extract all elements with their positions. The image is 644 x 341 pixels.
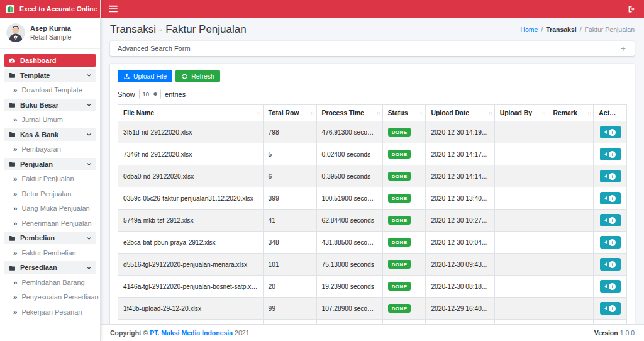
- toolbar: Upload File Refresh: [118, 70, 627, 82]
- cell-status: DONE: [382, 165, 426, 187]
- sidebar-item-pekerjaan-pesanan[interactable]: »Pekerjaan Pesanan: [4, 306, 96, 318]
- sidebar-group-buku-besar[interactable]: Buku Besar: [4, 99, 96, 111]
- info-icon: i: [609, 283, 616, 290]
- uploads-table: File Name↑↓Total Row↑↓Process Time↑↓Stat…: [118, 104, 627, 324]
- action-button[interactable]: i: [600, 192, 621, 204]
- cell-file-name: 4146a-tgl-29122020-penjualan-bosnet-satp…: [118, 276, 264, 298]
- cell-upload-by: [494, 298, 548, 320]
- sidebar-item-uang-muka-penjualan[interactable]: »Uang Muka Penjualan: [4, 202, 96, 215]
- cell-remark: [548, 254, 594, 276]
- cell-status: DONE: [382, 210, 426, 232]
- action-button[interactable]: i: [600, 302, 621, 315]
- sidebar-group-persediaan[interactable]: Persediaan: [4, 261, 96, 274]
- sidebar-item-penerimaan-penjualan[interactable]: »Penerimaan Penjualan: [4, 217, 96, 230]
- page-length-select[interactable]: 10: [139, 89, 162, 99]
- sidebar-group-template[interactable]: Template: [4, 69, 96, 82]
- topbar: [101, 0, 644, 18]
- sidebar-item-penyesuaian-persediaan[interactable]: »Penyesuaian Persediaan: [4, 291, 96, 303]
- action-button[interactable]: i: [600, 214, 621, 226]
- sidebar-item-pembayaran[interactable]: »Pembayaran: [4, 143, 96, 155]
- sidebar-item-faktur-pembelian[interactable]: »Faktur Pembelian: [4, 247, 96, 259]
- sidebar-item-dashboard[interactable]: Dashboard: [4, 54, 96, 67]
- sidebar-group-pembelian[interactable]: Pembelian: [4, 232, 96, 244]
- column-header-file-name[interactable]: File Name↑↓: [118, 105, 264, 121]
- double-angle-icon: »: [13, 220, 17, 227]
- info-icon: i: [609, 239, 616, 246]
- cell-upload-date: 2020-12-30 09:43:17: [426, 254, 494, 276]
- cell-file-name: 0dba0-nd-29122020.xlsx: [118, 165, 264, 187]
- status-badge: DONE: [388, 150, 411, 159]
- chevron-down-icon: [86, 131, 92, 137]
- status-badge: DONE: [388, 260, 411, 269]
- folder-icon: [8, 264, 16, 271]
- company-link[interactable]: PT. Maksi Media Indonesia: [150, 329, 233, 337]
- cell-status: DONE: [382, 276, 426, 298]
- cell-remark: [548, 276, 594, 298]
- column-header-action[interactable]: Action: [594, 105, 627, 121]
- brand[interactable]: Excel to Accurate Online: [0, 0, 100, 18]
- chevron-down-icon: [86, 72, 92, 78]
- table-row: 1f43b-upload-29-12-20.xlsx99107.28900 se…: [118, 298, 627, 320]
- cell-upload-date: 2020-12-30 14:14:33: [426, 165, 494, 187]
- column-header-remark[interactable]: Remark↑↓: [548, 105, 594, 121]
- sort-icon: ↑↓: [376, 110, 380, 116]
- sort-icon: ↑↓: [257, 110, 260, 116]
- table-header-row: File Name↑↓Total Row↑↓Process Time↑↓Stat…: [118, 105, 627, 121]
- cell-total-row: 99: [263, 298, 316, 320]
- action-button[interactable]: i: [600, 170, 621, 182]
- caret-left-icon: [604, 196, 607, 200]
- length-suffix: entries: [165, 91, 186, 98]
- cell-status: DONE: [382, 121, 426, 143]
- cell-status: DONE: [382, 320, 426, 325]
- sidebar-item-jurnal-umum[interactable]: »Jurnal Umum: [4, 113, 96, 126]
- logout-icon[interactable]: [628, 5, 636, 13]
- expand-search-icon[interactable]: +: [619, 45, 627, 52]
- action-button[interactable]: i: [600, 258, 621, 271]
- avatar: [6, 23, 25, 42]
- version: Version1.0.0: [594, 329, 635, 337]
- upload-file-button[interactable]: Upload File: [118, 70, 172, 82]
- advanced-search-header: Advanced Search Form +: [110, 41, 635, 56]
- breadcrumb-item-transaksi[interactable]: Transaksi: [546, 26, 576, 33]
- sidebar-item-faktur-penjualan[interactable]: »Faktur Penjualan: [4, 172, 96, 185]
- refresh-icon: [181, 73, 188, 80]
- column-header-upload-by[interactable]: Upload By↑↓: [494, 105, 548, 121]
- sidebar-item-retur-penjualan[interactable]: »Retur Penjualan: [4, 187, 96, 200]
- user-subtitle: Retail Sample: [30, 33, 71, 41]
- column-header-upload-date[interactable]: Upload Date↑↓: [426, 105, 494, 121]
- column-header-total-row[interactable]: Total Row↑↓: [263, 105, 316, 121]
- caret-left-icon: [604, 130, 607, 134]
- cell-process-time: 2.64900 seconds: [316, 320, 382, 325]
- caret-left-icon: [604, 262, 607, 266]
- double-angle-icon: »: [13, 308, 17, 316]
- cell-file-name: 1f43b-upload-29-12-20.xlsx: [118, 298, 264, 320]
- sidebar-group-kas-bank[interactable]: Kas & Bank: [4, 128, 96, 141]
- action-button[interactable]: i: [600, 236, 621, 249]
- cell-total-row: 101: [263, 254, 316, 276]
- info-icon: i: [609, 173, 616, 180]
- cell-process-time: 0.39500 seconds: [316, 165, 382, 187]
- breadcrumb-separator: /: [541, 26, 543, 33]
- refresh-button[interactable]: Refresh: [175, 70, 220, 82]
- version-value: 1.0.0: [620, 329, 635, 337]
- breadcrumb-item-home[interactable]: Home: [520, 26, 538, 33]
- action-button[interactable]: i: [600, 148, 621, 160]
- action-button[interactable]: i: [600, 280, 621, 293]
- column-header-status[interactable]: Status↑↓: [382, 105, 426, 121]
- breadcrumb-item-faktur-penjualan: Faktur Penjualan: [585, 26, 635, 33]
- cell-status: DONE: [382, 298, 426, 320]
- table-row: 0359c-05c26-faktur-penjualan31.12.2020.x…: [118, 187, 627, 210]
- folder-icon: [8, 131, 16, 138]
- action-button[interactable]: i: [600, 126, 621, 138]
- cell-action: i: [594, 254, 627, 276]
- sidebar-group-penjualan[interactable]: Penjualan: [4, 158, 96, 170]
- sidebar-item-download-template[interactable]: »Download Template: [4, 84, 96, 96]
- status-badge: DONE: [388, 172, 411, 181]
- sidebar-item-pemindahan-barang[interactable]: »Pemindahan Barang: [4, 276, 96, 289]
- hamburger-menu-icon[interactable]: [109, 5, 118, 13]
- column-header-process-time[interactable]: Process Time↑↓: [316, 105, 382, 121]
- cell-upload-by: [494, 232, 548, 254]
- advanced-search-title: Advanced Search Form: [118, 45, 191, 52]
- cell-action: i: [594, 121, 627, 143]
- cell-total-row: 399: [263, 187, 316, 210]
